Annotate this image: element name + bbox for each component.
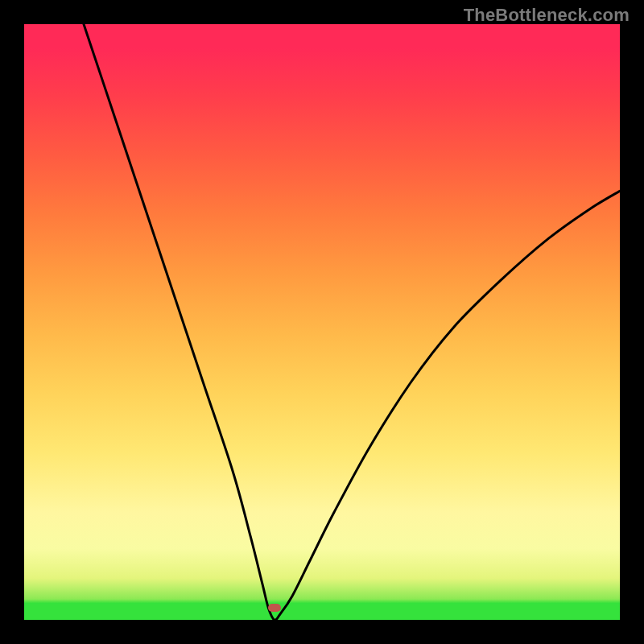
curve-svg: [24, 24, 620, 620]
chart-frame: TheBottleneck.com: [0, 0, 644, 644]
watermark-text: TheBottleneck.com: [464, 5, 630, 26]
bottleneck-curve-path: [84, 24, 620, 620]
minimum-marker: [268, 604, 281, 612]
plot-area: [24, 24, 620, 620]
